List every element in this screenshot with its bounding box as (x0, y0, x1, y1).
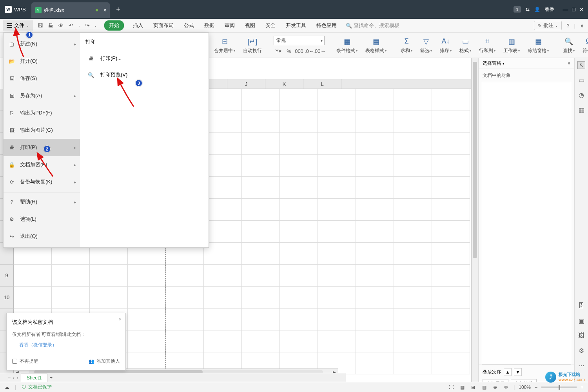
tab-data[interactable]: 数据 (203, 20, 216, 31)
cell[interactable] (280, 221, 318, 243)
tab-security[interactable]: 安全 (264, 20, 277, 31)
cell[interactable] (280, 265, 318, 287)
menu-backup[interactable]: ⟳ 备份与恢复(K) ▸ (4, 173, 80, 191)
tab-view[interactable]: 视图 (244, 20, 256, 31)
cell[interactable] (432, 155, 470, 177)
tab-special[interactable]: 特色应用 (315, 20, 338, 31)
cell[interactable] (242, 89, 280, 111)
symbol-button[interactable]: Ω 符号▾ (580, 33, 588, 58)
cell[interactable] (394, 265, 432, 287)
zoom-out-button[interactable]: − (535, 385, 537, 390)
add-sheet-button[interactable]: + (50, 375, 53, 381)
new-tab-button[interactable]: + (111, 2, 126, 17)
table-style-button[interactable]: ▤ 表格样式▾ (363, 33, 389, 58)
cell[interactable] (394, 243, 432, 265)
cell[interactable] (242, 309, 280, 330)
cell[interactable] (14, 265, 52, 287)
merge-center-button[interactable]: ⊟ 合并居中▾ (212, 33, 238, 58)
cell[interactable] (432, 89, 470, 111)
sheet-next[interactable]: › (17, 375, 18, 381)
cell[interactable] (204, 199, 242, 221)
cell[interactable] (356, 199, 394, 221)
row-header[interactable]: 9 (0, 265, 14, 287)
currency-icon[interactable]: ¥▾ (275, 47, 282, 54)
cell[interactable] (394, 133, 432, 155)
cell[interactable] (128, 330, 166, 352)
order-up-button[interactable]: ▲ (504, 368, 512, 376)
save-icon[interactable]: 🖫 (37, 22, 44, 29)
cell[interactable] (318, 155, 356, 177)
cell[interactable] (318, 309, 356, 330)
cell[interactable] (204, 133, 242, 155)
cell[interactable] (52, 287, 90, 309)
tab-start[interactable]: 开始 (104, 20, 124, 31)
popup-close-button[interactable]: × (118, 316, 122, 322)
cell[interactable] (318, 177, 356, 199)
tab-page-layout[interactable]: 页面布局 (152, 20, 175, 31)
cell[interactable] (280, 287, 318, 309)
cell[interactable] (280, 330, 318, 352)
cell[interactable] (394, 199, 432, 221)
sheet-prev[interactable]: ‹ (13, 375, 15, 381)
cell[interactable] (356, 330, 394, 352)
cell[interactable] (166, 265, 204, 287)
cell[interactable] (318, 287, 356, 309)
menu-options[interactable]: ⚙ 选项(L) (4, 211, 80, 228)
reading-mode-icon[interactable]: ⊕ (492, 384, 499, 391)
cell[interactable] (242, 155, 280, 177)
cell[interactable] (204, 330, 242, 352)
notification-badge[interactable]: 1 (514, 6, 521, 13)
cell[interactable] (356, 287, 394, 309)
add-others-button[interactable]: 👥 添加其他人 (89, 358, 120, 365)
cell[interactable] (318, 330, 356, 352)
freeze-panes-button[interactable]: ▦ 冻结窗格▾ (525, 33, 551, 58)
cell[interactable] (318, 243, 356, 265)
decrease-decimal-icon[interactable]: .00→ (316, 47, 323, 54)
cell[interactable] (356, 221, 394, 243)
increase-decimal-icon[interactable]: .0← (306, 47, 313, 54)
menu-open[interactable]: 📂 打开(O) (4, 53, 80, 70)
username[interactable]: 香香 (545, 6, 554, 13)
cell[interactable] (280, 243, 318, 265)
view-layout-icon[interactable]: ▥ (481, 384, 488, 391)
command-search[interactable]: 🔍 查找命令、搜索模板 (346, 22, 399, 29)
cell[interactable] (356, 133, 394, 155)
tab-close-button[interactable]: × (103, 7, 106, 13)
cell[interactable] (128, 265, 166, 287)
cell[interactable] (204, 265, 242, 287)
cell[interactable] (394, 352, 432, 374)
cell[interactable] (394, 177, 432, 199)
tab-insert[interactable]: 插入 (132, 20, 144, 31)
print-qat-icon[interactable]: 🖶 (47, 22, 54, 29)
filter-button[interactable]: ▽ 筛选▾ (418, 33, 434, 58)
cell[interactable] (394, 287, 432, 309)
cell[interactable] (432, 111, 470, 133)
cell[interactable] (128, 309, 166, 330)
tab-formulas[interactable]: 公式 (183, 20, 195, 31)
cell[interactable] (204, 177, 242, 199)
rp-close-button[interactable]: × (568, 61, 570, 66)
cell[interactable] (432, 265, 470, 287)
cell[interactable] (318, 89, 356, 111)
print-preview-qat-icon[interactable]: 👁 (57, 22, 64, 29)
cell[interactable] (280, 133, 318, 155)
tab-review[interactable]: 审阅 (223, 20, 236, 31)
cell[interactable] (432, 221, 470, 243)
menu-save[interactable]: 🖫 保存(S) (4, 70, 80, 87)
redo-icon[interactable]: ↷ (84, 22, 91, 29)
zoom-in-button[interactable]: + (581, 385, 583, 390)
cell[interactable] (432, 352, 470, 374)
menu-encrypt[interactable]: 🔒 文档加密(E) ▸ (4, 156, 80, 173)
cell[interactable] (204, 287, 242, 309)
number-format-select[interactable]: 常规 (274, 36, 325, 45)
user-icon[interactable]: 👤 (534, 7, 540, 12)
cell[interactable] (242, 177, 280, 199)
cell[interactable] (280, 199, 318, 221)
submenu-print[interactable]: 🖶 打印(P)... (85, 50, 203, 67)
cell[interactable] (204, 243, 242, 265)
comma-icon[interactable]: 000 (296, 47, 303, 54)
wps-logo[interactable]: W WPS (0, 0, 31, 19)
maximize-button[interactable]: □ (572, 6, 575, 13)
rail-style-icon[interactable]: ▭ (577, 76, 585, 84)
menu-new[interactable]: ▢ 新建(N) ▸ (4, 35, 80, 53)
